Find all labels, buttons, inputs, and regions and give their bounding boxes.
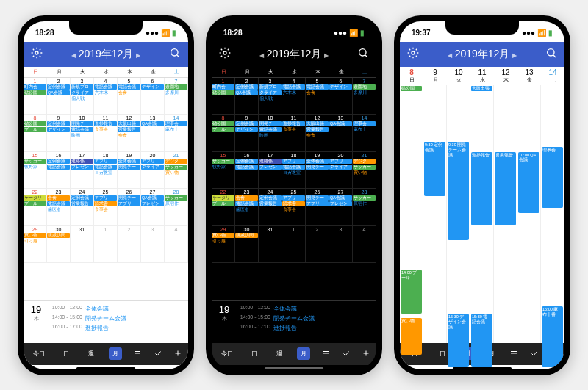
week-column[interactable]: 9:30 定例会議 [423, 98, 447, 343]
event-chip[interactable]: クライア [141, 165, 164, 170]
event-chip[interactable]: アプリ [141, 159, 164, 164]
event-chip[interactable]: 電話会議 [282, 165, 305, 170]
day-cell[interactable]: 25アプリ請求書食事会 [282, 189, 306, 226]
event-chip[interactable]: ケータリ [212, 195, 234, 201]
event-chip[interactable]: 電話会議 [71, 127, 93, 132]
event-chip[interactable]: 会食 [306, 133, 329, 138]
tb-month[interactable]: 月 [109, 347, 122, 360]
day-cell[interactable]: 24定例会議営業報告 [71, 189, 94, 226]
event-chip[interactable]: 会食 [47, 195, 70, 201]
event-chip[interactable]: 六本木 [94, 90, 117, 95]
event-chip[interactable]: 大阪出張 [306, 121, 329, 126]
week-event[interactable]: 進捗報告 [471, 152, 492, 225]
day-cell[interactable]: 27QA会議プレゼン [329, 189, 353, 226]
event-chip[interactable]: 牧野家 [24, 165, 46, 170]
day-cell[interactable]: 26開発チーアプリ [306, 189, 329, 226]
day-cell[interactable]: 10開発チー電話会議映画 [259, 115, 282, 152]
next-month[interactable]: ▶ [136, 52, 140, 59]
event-chip[interactable]: 営業報告 [259, 201, 282, 206]
event-chip[interactable]: 開発チー [306, 165, 329, 170]
event-chip[interactable]: 電話会議 [47, 165, 70, 170]
week-event[interactable]: 9:30 開発チーム会議 [448, 142, 469, 239]
day-cell[interactable]: 15サッカー牧野家 [212, 152, 235, 189]
day-cell[interactable]: 22ケータリプール [24, 189, 47, 226]
event-chip[interactable]: 食事会 [282, 127, 305, 132]
event-chip[interactable]: プレゼン [259, 165, 282, 170]
event-chip[interactable]: 牧野家 [212, 165, 234, 170]
event-chip[interactable]: 歯医者 [235, 207, 258, 212]
event-chip[interactable]: 開発チー [118, 165, 140, 170]
event-chip[interactable]: 親戚訪問 [235, 233, 258, 238]
tb-list-icon[interactable] [321, 349, 330, 359]
event-chip[interactable]: QA会議 [329, 195, 352, 201]
week-day-header[interactable]: 10火 [447, 67, 470, 85]
event-chip[interactable]: 新規プロ [259, 84, 282, 90]
event-chip[interactable]: 開発チー [259, 121, 282, 126]
day-cell[interactable]: 3新規プロクライア個人戦 [71, 78, 94, 115]
tb-check-icon[interactable] [154, 349, 162, 359]
event-chip[interactable]: 映画 [71, 133, 93, 138]
event-chip[interactable]: サッカー [165, 195, 187, 201]
tb-add-icon[interactable] [362, 349, 370, 359]
event-chip[interactable]: サッカー [165, 165, 187, 170]
week-event[interactable]: 14:00 プール [401, 270, 422, 314]
week-column[interactable]: 営業報告会食 [494, 98, 517, 343]
week-day-header[interactable]: 11水 [470, 67, 494, 85]
week-column[interactable]: 理事会15:00 麻布十番 [541, 98, 564, 343]
day-cell[interactable]: 17連絡係プレゼン [259, 152, 282, 189]
event-chip[interactable]: プール [24, 201, 46, 206]
event-chip[interactable]: 新規プロ [71, 84, 93, 90]
event-chip[interactable]: 理事会 [165, 121, 187, 126]
day-cell[interactable]: 20アプリクライア [329, 152, 353, 189]
next-month[interactable]: ▶ [512, 52, 517, 59]
day-cell[interactable]: 12大阪出張営業報告会食 [118, 115, 141, 152]
day-cell[interactable]: 7遊園地多摩川 [353, 78, 376, 115]
day-cell[interactable]: 15サッカー牧野家 [24, 152, 47, 189]
event-chip[interactable]: プール [24, 127, 46, 132]
day-cell[interactable]: 26開発チーアプリ [118, 189, 141, 226]
event-chip[interactable]: 食事会 [282, 207, 305, 212]
event-chip[interactable]: 定例会議 [235, 159, 258, 164]
event-chip[interactable]: 進捗報告 [94, 121, 117, 126]
day-cell[interactable]: 4 [353, 226, 376, 264]
event-chip[interactable]: アプリ [329, 159, 352, 164]
event-chip[interactable]: 個人戦 [259, 96, 282, 101]
event-chip[interactable]: 原宿作 [165, 201, 187, 206]
event-chip[interactable]: 会食 [235, 195, 258, 201]
event-chip[interactable]: ヨガ教室 [282, 170, 305, 176]
event-chip[interactable]: デジタ [353, 159, 376, 164]
day-cell[interactable]: 25アプリ請求書食事会 [94, 189, 118, 226]
event-chip[interactable]: 町内会 [212, 84, 234, 90]
day-cell[interactable]: 9定例会議デザイン [47, 115, 71, 152]
event-chip[interactable]: 連絡係 [259, 159, 282, 164]
day-cell[interactable]: 18アプリ電話会議ヨガ教室 [282, 152, 306, 189]
event-chip[interactable]: 六本木 [282, 90, 305, 95]
week-event[interactable]: 買い物 [401, 318, 422, 355]
week-event[interactable]: 9:30 定例会議 [424, 142, 445, 195]
event-chip[interactable]: アプリ [118, 201, 140, 206]
event-chip[interactable]: クライア [71, 90, 93, 95]
event-chip[interactable]: ヨガ教室 [94, 170, 117, 176]
day-cell[interactable]: 23会食電話会議歯医者 [47, 189, 71, 226]
tb-day[interactable]: 日 [248, 347, 261, 360]
event-chip[interactable]: 会食 [118, 90, 140, 95]
day-cell[interactable]: 11進捗報告食事会 [94, 115, 118, 152]
event-chip[interactable]: 営業報告 [118, 127, 140, 132]
week-column[interactable]: 14:00 プール買い物 [400, 98, 423, 343]
tb-list-icon[interactable] [133, 349, 142, 359]
event-chip[interactable]: 多摩川 [165, 90, 187, 95]
day-cell[interactable]: 1町内会砧公園 [212, 78, 235, 115]
event-chip[interactable]: 大阪出張 [118, 121, 140, 126]
week-day-header[interactable]: 14土 [541, 67, 564, 85]
day-cell[interactable]: 9定例会議デザイン [235, 115, 259, 152]
event-chip[interactable]: 会食 [118, 133, 140, 138]
tb-today[interactable]: 今日 [29, 347, 49, 360]
event-chip[interactable]: 連絡係 [71, 159, 93, 164]
event-chip[interactable]: サッカー [212, 159, 234, 164]
event-chip[interactable]: 砧公園 [212, 121, 234, 126]
event-chip[interactable]: デザイン [141, 84, 164, 90]
tb-list-icon[interactable] [509, 349, 518, 359]
event-chip[interactable]: 買い物 [165, 170, 187, 176]
week-column[interactable]: 進捗報告15:30 電話会議食事会 [470, 98, 494, 343]
day-cell[interactable]: 19全体会議開発チー [118, 152, 141, 189]
